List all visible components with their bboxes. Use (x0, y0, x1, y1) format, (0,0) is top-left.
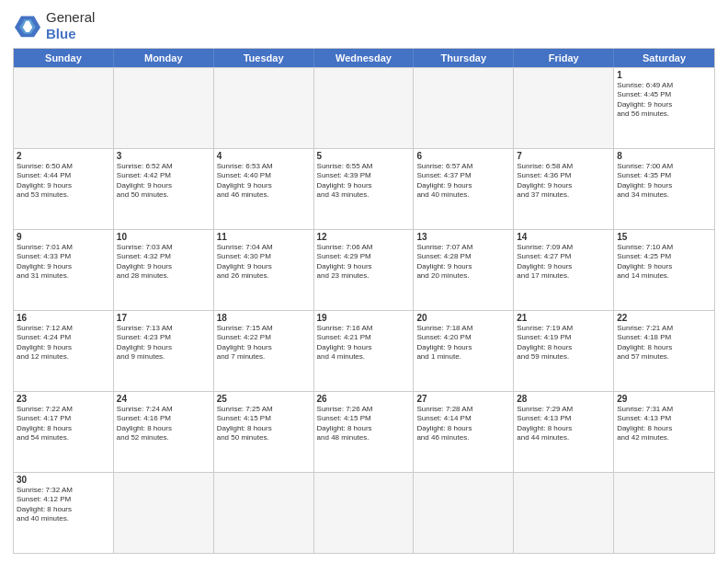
calendar-cell (114, 68, 214, 148)
header-day-tuesday: Tuesday (214, 49, 314, 67)
day-number: 22 (617, 313, 711, 323)
day-number: 3 (117, 151, 210, 161)
header-day-saturday: Saturday (614, 49, 714, 67)
day-number: 18 (217, 313, 311, 323)
calendar-cell (14, 68, 114, 148)
calendar-cell: 15Sunrise: 7:10 AM Sunset: 4:25 PM Dayli… (614, 230, 714, 310)
calendar-cell: 3Sunrise: 6:52 AM Sunset: 4:42 PM Daylig… (114, 149, 214, 229)
day-number: 29 (617, 394, 711, 404)
day-info: Sunrise: 6:50 AM Sunset: 4:44 PM Dayligh… (17, 162, 110, 201)
day-info: Sunrise: 7:18 AM Sunset: 4:20 PM Dayligh… (416, 324, 510, 362)
calendar-cell: 16Sunrise: 7:12 AM Sunset: 4:24 PM Dayli… (14, 311, 114, 391)
day-info: Sunrise: 7:24 AM Sunset: 4:16 PM Dayligh… (117, 405, 210, 443)
header-day-thursday: Thursday (414, 49, 514, 67)
calendar-cell: 17Sunrise: 7:13 AM Sunset: 4:23 PM Dayli… (114, 311, 214, 391)
day-info: Sunrise: 6:53 AM Sunset: 4:40 PM Dayligh… (217, 162, 311, 201)
calendar: SundayMondayTuesdayWednesdayThursdayFrid… (13, 48, 715, 554)
day-number: 24 (117, 394, 210, 404)
day-number: 10 (117, 232, 210, 242)
day-number: 30 (17, 475, 110, 485)
calendar-cell: 22Sunrise: 7:21 AM Sunset: 4:18 PM Dayli… (614, 311, 714, 391)
calendar-cell (514, 68, 614, 148)
day-info: Sunrise: 7:26 AM Sunset: 4:15 PM Dayligh… (317, 405, 411, 443)
calendar-cell: 6Sunrise: 6:57 AM Sunset: 4:37 PM Daylig… (414, 149, 514, 229)
calendar-cell (414, 68, 514, 148)
calendar-cell: 9Sunrise: 7:01 AM Sunset: 4:33 PM Daylig… (14, 230, 114, 310)
day-number: 17 (117, 313, 210, 323)
day-number: 21 (517, 313, 610, 323)
calendar-row-4: 23Sunrise: 7:22 AM Sunset: 4:17 PM Dayli… (14, 391, 714, 472)
calendar-cell (414, 473, 514, 553)
calendar-cell: 29Sunrise: 7:31 AM Sunset: 4:13 PM Dayli… (614, 392, 714, 472)
calendar-cell (314, 68, 415, 148)
day-number: 28 (517, 394, 610, 404)
day-number: 11 (217, 232, 311, 242)
calendar-cell: 27Sunrise: 7:28 AM Sunset: 4:14 PM Dayli… (414, 392, 514, 472)
calendar-cell: 26Sunrise: 7:26 AM Sunset: 4:15 PM Dayli… (314, 392, 415, 472)
calendar-cell: 14Sunrise: 7:09 AM Sunset: 4:27 PM Dayli… (514, 230, 614, 310)
day-info: Sunrise: 7:00 AM Sunset: 4:35 PM Dayligh… (617, 162, 711, 201)
day-info: Sunrise: 7:29 AM Sunset: 4:13 PM Dayligh… (517, 405, 610, 443)
header-day-friday: Friday (514, 49, 614, 67)
calendar-row-0: 1Sunrise: 6:49 AM Sunset: 4:45 PM Daylig… (14, 67, 714, 148)
day-info: Sunrise: 7:06 AM Sunset: 4:29 PM Dayligh… (317, 243, 411, 282)
day-info: Sunrise: 6:58 AM Sunset: 4:36 PM Dayligh… (517, 162, 610, 201)
calendar-cell: 13Sunrise: 7:07 AM Sunset: 4:28 PM Dayli… (414, 230, 514, 310)
day-info: Sunrise: 7:28 AM Sunset: 4:14 PM Dayligh… (416, 405, 510, 443)
day-number: 5 (317, 151, 411, 161)
day-number: 15 (617, 232, 711, 242)
logo-icon (13, 13, 42, 39)
day-number: 12 (317, 232, 411, 242)
day-info: Sunrise: 6:55 AM Sunset: 4:39 PM Dayligh… (317, 162, 411, 201)
calendar-cell: 18Sunrise: 7:15 AM Sunset: 4:22 PM Dayli… (214, 311, 314, 391)
day-number: 26 (317, 394, 411, 404)
calendar-cell: 20Sunrise: 7:18 AM Sunset: 4:20 PM Dayli… (414, 311, 514, 391)
day-info: Sunrise: 7:22 AM Sunset: 4:17 PM Dayligh… (17, 405, 110, 443)
calendar-cell: 30Sunrise: 7:32 AM Sunset: 4:12 PM Dayli… (14, 473, 114, 553)
day-info: Sunrise: 7:10 AM Sunset: 4:25 PM Dayligh… (617, 243, 711, 282)
page: General Blue SundayMondayTuesdayWednesda… (0, 0, 728, 563)
calendar-cell: 8Sunrise: 7:00 AM Sunset: 4:35 PM Daylig… (614, 149, 714, 229)
calendar-cell (314, 473, 415, 553)
day-number: 1 (617, 70, 711, 80)
day-info: Sunrise: 7:19 AM Sunset: 4:19 PM Dayligh… (517, 324, 610, 362)
logo: General Blue (13, 9, 95, 42)
header: General Blue (13, 9, 715, 42)
day-number: 23 (17, 394, 110, 404)
day-number: 25 (217, 394, 311, 404)
day-info: Sunrise: 7:12 AM Sunset: 4:24 PM Dayligh… (17, 324, 110, 362)
day-info: Sunrise: 7:09 AM Sunset: 4:27 PM Dayligh… (517, 243, 610, 282)
calendar-cell (614, 473, 714, 553)
header-day-sunday: Sunday (14, 49, 114, 67)
calendar-cell: 7Sunrise: 6:58 AM Sunset: 4:36 PM Daylig… (514, 149, 614, 229)
day-number: 7 (517, 151, 610, 161)
calendar-cell: 10Sunrise: 7:03 AM Sunset: 4:32 PM Dayli… (114, 230, 214, 310)
day-info: Sunrise: 6:49 AM Sunset: 4:45 PM Dayligh… (617, 81, 711, 120)
calendar-row-2: 9Sunrise: 7:01 AM Sunset: 4:33 PM Daylig… (14, 229, 714, 310)
calendar-cell: 21Sunrise: 7:19 AM Sunset: 4:19 PM Dayli… (514, 311, 614, 391)
calendar-cell (214, 473, 314, 553)
day-number: 2 (17, 151, 110, 161)
header-day-wednesday: Wednesday (314, 49, 415, 67)
day-number: 14 (517, 232, 610, 242)
calendar-row-3: 16Sunrise: 7:12 AM Sunset: 4:24 PM Dayli… (14, 310, 714, 391)
day-info: Sunrise: 7:31 AM Sunset: 4:13 PM Dayligh… (617, 405, 711, 443)
day-info: Sunrise: 7:15 AM Sunset: 4:22 PM Dayligh… (217, 324, 311, 362)
logo-text: General Blue (46, 9, 95, 42)
day-info: Sunrise: 6:57 AM Sunset: 4:37 PM Dayligh… (416, 162, 510, 201)
day-number: 8 (617, 151, 711, 161)
calendar-cell (214, 68, 314, 148)
calendar-cell: 11Sunrise: 7:04 AM Sunset: 4:30 PM Dayli… (214, 230, 314, 310)
day-info: Sunrise: 7:03 AM Sunset: 4:32 PM Dayligh… (117, 243, 210, 282)
day-info: Sunrise: 7:32 AM Sunset: 4:12 PM Dayligh… (17, 486, 110, 524)
day-number: 27 (416, 394, 510, 404)
day-number: 9 (17, 232, 110, 242)
calendar-cell: 4Sunrise: 6:53 AM Sunset: 4:40 PM Daylig… (214, 149, 314, 229)
day-info: Sunrise: 6:52 AM Sunset: 4:42 PM Dayligh… (117, 162, 210, 201)
day-info: Sunrise: 7:01 AM Sunset: 4:33 PM Dayligh… (17, 243, 110, 282)
header-day-monday: Monday (114, 49, 214, 67)
calendar-row-5: 30Sunrise: 7:32 AM Sunset: 4:12 PM Dayli… (14, 472, 714, 553)
calendar-cell: 24Sunrise: 7:24 AM Sunset: 4:16 PM Dayli… (114, 392, 214, 472)
calendar-cell (514, 473, 614, 553)
day-number: 20 (416, 313, 510, 323)
